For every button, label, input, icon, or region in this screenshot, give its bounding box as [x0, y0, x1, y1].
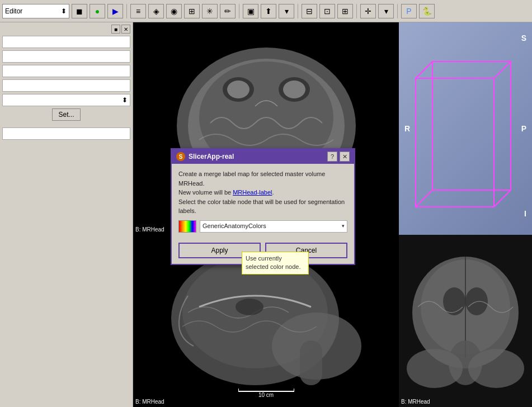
svg-rect-16	[300, 340, 322, 385]
svg-rect-7	[432, 61, 511, 190]
dialog-message-2: New volume will be MRHead-label.	[178, 188, 347, 197]
coronal-label: B: MRHead	[401, 399, 430, 405]
dialog-message-1: Create a merge label map for selected ma…	[178, 169, 347, 188]
color-selector-row: GenericAnatomyColors ▾	[178, 220, 347, 233]
view-3d[interactable]: S R P I	[399, 22, 532, 235]
svg-line-11	[416, 190, 432, 207]
svg-point-17	[236, 299, 263, 315]
screenshot-btn[interactable]: ⊟	[302, 4, 317, 18]
svg-point-24	[407, 349, 463, 388]
3d-view-inner: S R P I	[399, 22, 532, 235]
slicer-app-icon: S	[176, 152, 185, 161]
cube-btn[interactable]: ◈	[148, 4, 164, 18]
dropdown-arrow-icon: ▾	[342, 223, 345, 230]
svg-line-10	[494, 61, 511, 78]
svg-point-25	[468, 349, 524, 388]
sphere-btn[interactable]: ◉	[166, 4, 182, 18]
msg2-prefix: New volume will be	[178, 189, 233, 196]
sep4	[356, 4, 357, 18]
color-swatch	[178, 220, 196, 233]
set-button[interactable]: Set...	[52, 108, 80, 121]
panel-input-2[interactable]	[2, 50, 130, 63]
slicer-dialog[interactable]: S SlicerApp-real ? ✕ Create a merge labe…	[171, 148, 355, 265]
panel-small-input[interactable]	[2, 127, 130, 140]
record-btn[interactable]: ⊡	[319, 4, 335, 18]
view-letter-i: I	[524, 209, 526, 218]
sagittal-ruler-label: 10 cm	[258, 392, 274, 398]
sep3	[298, 4, 298, 18]
slicer-icon-letter: S	[179, 154, 183, 160]
sagittal-ruler: 10 cm	[238, 391, 294, 398]
panel-close-btn[interactable]: ✕	[121, 25, 130, 34]
nav-back-btn[interactable]: ●	[90, 4, 105, 18]
cancel-button[interactable]: Cancel	[265, 243, 347, 258]
dialog-title-left: S SlicerApp-real	[176, 152, 234, 161]
panel-pin-btn[interactable]: ■	[111, 25, 120, 34]
tag-btn[interactable]: ⬆	[261, 4, 276, 18]
left-panel: ■ ✕ ⬍ Set...	[0, 22, 133, 407]
editor-dropdown[interactable]: Editor ⬍	[2, 4, 69, 18]
nav-left-btn[interactable]: ◼	[72, 4, 87, 18]
snake-btn[interactable]: 🐍	[419, 4, 435, 18]
crosshair-dropdown-btn[interactable]: ▾	[378, 4, 394, 18]
crosshair-btn[interactable]: ✛	[360, 4, 376, 18]
grid-btn[interactable]: ⊞	[184, 4, 200, 18]
python-btn[interactable]: P	[401, 4, 417, 18]
svg-line-9	[416, 61, 432, 78]
svg-rect-8	[416, 78, 494, 207]
list-btn[interactable]: ≡	[130, 4, 146, 18]
svg-line-12	[494, 190, 511, 207]
apply-button[interactable]: Apply	[178, 243, 261, 258]
panel-section	[2, 127, 130, 142]
panel-header: ■ ✕	[2, 25, 130, 34]
color-dropdown-value: GenericAnatomyColors	[203, 221, 266, 231]
sep2	[239, 4, 239, 18]
sep5	[397, 4, 398, 18]
dialog-close-btn[interactable]: ✕	[340, 152, 350, 162]
pen-btn[interactable]: ✏	[220, 4, 236, 18]
msg2-suffix: .	[272, 189, 274, 196]
axial-bottom-label: B: MRHead	[135, 226, 164, 233]
star-btn[interactable]: ✳	[202, 4, 218, 18]
nav-forward-btn[interactable]: ▶	[107, 4, 123, 18]
svg-point-5	[227, 81, 249, 98]
dialog-title-buttons: ? ✕	[327, 152, 350, 162]
view-letter-s: S	[521, 34, 526, 42]
color-dropdown[interactable]: GenericAnatomyColors ▾	[200, 220, 347, 233]
dialog-titlebar: S SlicerApp-real ? ✕	[172, 149, 354, 164]
export-btn[interactable]: ⊞	[337, 4, 353, 18]
panel-input-3[interactable]	[2, 65, 130, 77]
monitor-btn[interactable]: ▣	[243, 4, 258, 18]
panel-input-4[interactable]	[2, 79, 130, 92]
editor-label: Editor	[5, 7, 22, 15]
toolbar: Editor ⬍ ◼ ● ▶ ≡ ◈ ◉ ⊞ ✳ ✏ ▣ ⬆ ▾ ⊟ ⊡ ⊞ ✛…	[0, 0, 532, 22]
svg-point-6	[283, 81, 305, 98]
sagittal-label: B: MRHead	[135, 399, 164, 405]
view-letter-p: P	[521, 124, 526, 133]
panel-input-1[interactable]	[2, 36, 130, 48]
sep1	[126, 4, 127, 18]
view-letter-r: R	[404, 124, 410, 133]
panel-dropdown[interactable]: ⬍	[2, 94, 130, 106]
dialog-help-btn[interactable]: ?	[327, 152, 337, 162]
dialog-title-text: SlicerApp-real	[189, 153, 234, 160]
view-coronal[interactable]: B: MRHead	[399, 235, 532, 407]
panel-dropdown-arrow: ⬍	[122, 96, 128, 104]
chevron-icon: ⬍	[61, 7, 67, 15]
mrhead-label-link[interactable]: MRHead-label	[233, 189, 272, 196]
dialog-body: Create a merge label map for selected ma…	[172, 164, 354, 243]
tag-dropdown-btn[interactable]: ▾	[279, 4, 294, 18]
dialog-message-3: Select the color table node that will be…	[178, 197, 347, 216]
dialog-buttons: Apply Cancel	[172, 243, 354, 264]
